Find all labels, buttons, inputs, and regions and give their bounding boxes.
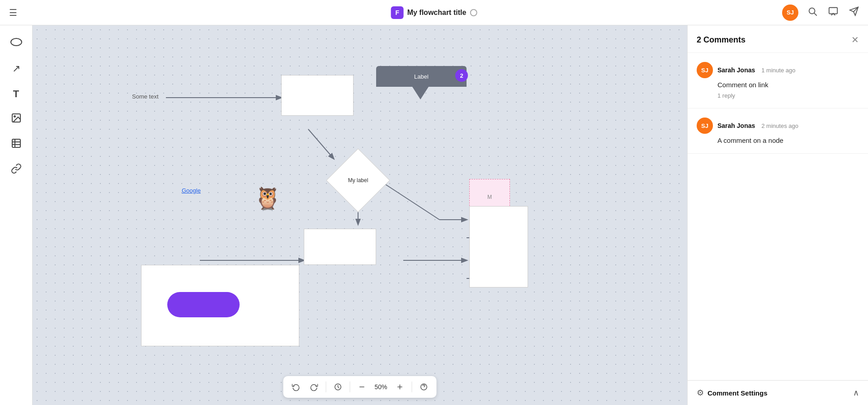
send-icon (849, 6, 859, 19)
text-tool-button[interactable]: T (5, 83, 27, 105)
save-status-icon (470, 9, 477, 16)
comment-text-1: Comment on link (717, 81, 859, 89)
label-bar-node[interactable]: Label (376, 66, 467, 87)
panel-header: 2 Comments ✕ (688, 25, 868, 53)
arrow-icon: ↗ (12, 63, 20, 75)
link-icon (11, 163, 22, 177)
close-icon: ✕ (851, 35, 859, 45)
link-tool-button[interactable] (5, 159, 27, 181)
flowchart-logo-icon: F (391, 6, 404, 19)
svg-rect-8 (12, 139, 20, 147)
comment-item: SJ Sarah Jonas 1 minute ago Comment on l… (688, 53, 868, 108)
comments-list: SJ Sarah Jonas 1 minute ago Comment on l… (688, 53, 868, 380)
diamond-shape (326, 148, 390, 212)
comment-author-2: Sarah Jonas (717, 122, 755, 129)
user-avatar[interactable]: SJ (782, 5, 798, 21)
arrow-tool-button[interactable]: ↗ (5, 58, 27, 80)
top-rect-node[interactable] (281, 75, 354, 116)
svg-point-7 (14, 116, 15, 117)
comment-time-2: 2 minutes ago (761, 122, 798, 129)
flowchart-container: Some text Label 2 Google 🦉 My label (33, 25, 687, 405)
bottom-center-rect[interactable] (304, 229, 376, 265)
comment-reply-count-1[interactable]: 1 reply (717, 92, 859, 99)
comment-avatar-1: SJ (697, 62, 713, 78)
undo-button[interactable] (288, 379, 304, 395)
comments-button[interactable] (826, 5, 840, 20)
shape-icon (10, 36, 23, 51)
chevron-up-icon: ∧ (853, 388, 859, 398)
menu-button[interactable]: ☰ (7, 5, 19, 20)
comments-icon (828, 6, 838, 19)
menu-icon: ☰ (9, 7, 17, 18)
comment-time-1: 1 minute ago (761, 67, 795, 74)
panel-title: 2 Comments (697, 35, 745, 45)
connectors-svg (33, 25, 687, 405)
header-left: ☰ (7, 5, 19, 20)
google-link[interactable]: Google (182, 187, 201, 194)
diamond-node-wrapper[interactable]: My label (335, 158, 381, 203)
panel-close-button[interactable]: ✕ (851, 34, 859, 45)
help-button[interactable] (416, 379, 432, 395)
gear-icon: ⚙ (697, 388, 704, 398)
send-button[interactable] (847, 5, 861, 20)
some-text-label: Some text (132, 93, 159, 100)
zoom-level: 50% (372, 383, 390, 391)
search-icon (807, 6, 817, 19)
zoom-in-button[interactable] (392, 379, 408, 395)
table-icon (11, 138, 22, 151)
zoom-out-button[interactable] (354, 379, 370, 395)
comment-settings-label: Comment Settings (708, 389, 768, 397)
toolbar-divider-1 (326, 381, 326, 392)
search-button[interactable] (806, 5, 819, 20)
comments-panel: 2 Comments ✕ SJ Sarah Jonas 1 minute ago… (687, 25, 868, 405)
document-title[interactable]: My flowchart title (407, 9, 467, 17)
text-icon: T (13, 88, 19, 100)
redo-button[interactable] (306, 379, 322, 395)
toolbar-divider-3 (412, 381, 412, 392)
canvas-area[interactable]: Some text Label 2 Google 🦉 My label (33, 25, 687, 405)
comment-badge[interactable]: 2 (455, 69, 468, 82)
image-icon (11, 113, 22, 126)
image-tool-button[interactable] (5, 108, 27, 130)
label-arrow-down (412, 87, 429, 99)
left-toolbar: ↗ T (0, 25, 33, 405)
comment-settings-footer[interactable]: ⚙ Comment Settings ∧ (688, 380, 868, 405)
bottom-toolbar: 50% (283, 376, 437, 398)
history-button[interactable] (330, 379, 346, 395)
toolbar-divider-2 (350, 381, 350, 392)
comment-author-1: Sarah Jonas (717, 66, 755, 74)
comment-text-2: A comment on a node (717, 137, 859, 144)
header-center: F My flowchart title (391, 6, 477, 19)
comment-header-1: SJ Sarah Jonas 1 minute ago (697, 62, 859, 78)
svg-point-5 (11, 38, 22, 46)
table-tool-button[interactable] (5, 134, 27, 155)
comment-avatar-2: SJ (697, 118, 713, 134)
comment-settings-left: ⚙ Comment Settings (697, 388, 768, 398)
shape-tool-button[interactable] (5, 33, 27, 54)
oval-node[interactable] (167, 292, 240, 317)
comment-item: SJ Sarah Jonas 2 minutes ago A comment o… (688, 108, 868, 154)
header: ☰ F My flowchart title SJ (0, 0, 868, 25)
svg-line-1 (814, 13, 816, 15)
svg-line-13 (308, 129, 334, 159)
comment-header-2: SJ Sarah Jonas 2 minutes ago (697, 118, 859, 134)
header-right: SJ (782, 5, 861, 21)
owl-image[interactable]: 🦉 (254, 186, 281, 211)
right-plain-rect[interactable] (469, 206, 528, 287)
svg-line-15 (381, 181, 439, 220)
